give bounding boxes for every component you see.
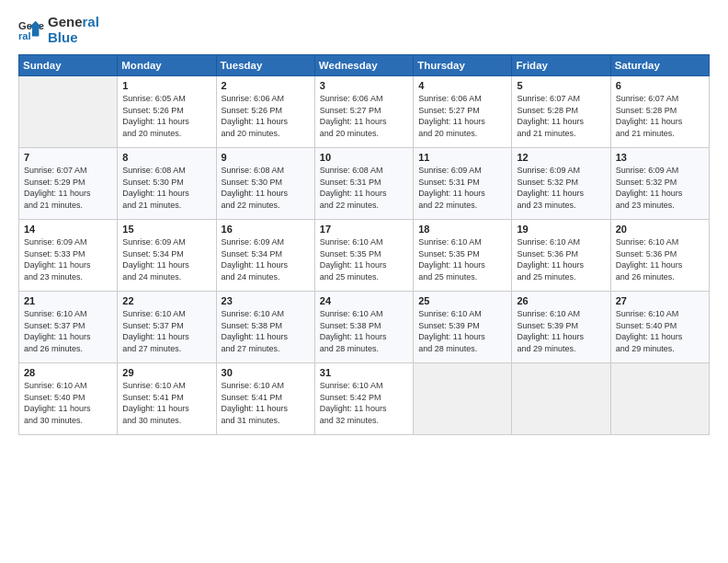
calendar-cell: 15Sunrise: 6:09 AM Sunset: 5:34 PM Dayli… [118, 220, 216, 292]
page-header: Gene ral General Blue [18, 15, 710, 45]
day-info: Sunrise: 6:07 AM Sunset: 5:29 PM Dayligh… [24, 165, 112, 211]
day-number: 31 [320, 367, 408, 378]
calendar-cell: 19Sunrise: 6:10 AM Sunset: 5:36 PM Dayli… [512, 220, 610, 292]
day-info: Sunrise: 6:10 AM Sunset: 5:39 PM Dayligh… [517, 308, 605, 354]
day-number: 13 [616, 152, 704, 163]
day-number: 17 [320, 224, 408, 235]
calendar-header-row: SundayMondayTuesdayWednesdayThursdayFrid… [19, 55, 710, 76]
logo: Gene ral General Blue [18, 15, 99, 45]
calendar-cell: 8Sunrise: 6:08 AM Sunset: 5:30 PM Daylig… [118, 148, 216, 220]
logo-icon: Gene ral [18, 17, 44, 43]
calendar-cell: 13Sunrise: 6:09 AM Sunset: 5:32 PM Dayli… [610, 148, 709, 220]
calendar-cell: 31Sunrise: 6:10 AM Sunset: 5:42 PM Dayli… [314, 363, 413, 435]
day-number: 4 [418, 80, 506, 91]
weekday-header: Sunday [19, 55, 118, 76]
calendar-cell: 23Sunrise: 6:10 AM Sunset: 5:38 PM Dayli… [216, 292, 314, 363]
day-number: 18 [418, 224, 506, 235]
day-number: 24 [320, 295, 408, 306]
weekday-header: Thursday [414, 55, 512, 76]
calendar-week-row: 14Sunrise: 6:09 AM Sunset: 5:33 PM Dayli… [19, 220, 710, 292]
calendar-page: Gene ral General Blue SundayMondayTuesda… [0, 0, 728, 563]
calendar-cell: 17Sunrise: 6:10 AM Sunset: 5:35 PM Dayli… [314, 220, 413, 292]
day-info: Sunrise: 6:10 AM Sunset: 5:36 PM Dayligh… [616, 236, 704, 282]
calendar-cell: 7Sunrise: 6:07 AM Sunset: 5:29 PM Daylig… [19, 148, 118, 220]
day-info: Sunrise: 6:10 AM Sunset: 5:35 PM Dayligh… [418, 236, 506, 282]
day-info: Sunrise: 6:10 AM Sunset: 5:40 PM Dayligh… [616, 308, 704, 354]
day-number: 25 [418, 295, 506, 306]
calendar-cell: 28Sunrise: 6:10 AM Sunset: 5:40 PM Dayli… [19, 363, 118, 435]
day-info: Sunrise: 6:09 AM Sunset: 5:33 PM Dayligh… [24, 236, 112, 282]
logo-blue: Blue [48, 30, 99, 46]
calendar-cell [414, 363, 512, 435]
day-info: Sunrise: 6:09 AM Sunset: 5:31 PM Dayligh… [418, 165, 506, 211]
day-info: Sunrise: 6:09 AM Sunset: 5:32 PM Dayligh… [616, 165, 704, 211]
calendar-cell: 27Sunrise: 6:10 AM Sunset: 5:40 PM Dayli… [610, 292, 709, 363]
day-number: 14 [24, 224, 112, 235]
day-info: Sunrise: 6:10 AM Sunset: 5:35 PM Dayligh… [320, 236, 408, 282]
day-info: Sunrise: 6:05 AM Sunset: 5:26 PM Dayligh… [122, 93, 210, 139]
day-number: 26 [517, 295, 605, 306]
calendar-cell: 1Sunrise: 6:05 AM Sunset: 5:26 PM Daylig… [118, 76, 216, 148]
calendar-cell: 5Sunrise: 6:07 AM Sunset: 5:28 PM Daylig… [512, 76, 610, 148]
day-number: 1 [122, 80, 210, 91]
day-info: Sunrise: 6:08 AM Sunset: 5:31 PM Dayligh… [320, 165, 408, 211]
day-number: 2 [222, 80, 310, 91]
day-info: Sunrise: 6:06 AM Sunset: 5:27 PM Dayligh… [418, 93, 506, 139]
day-info: Sunrise: 6:10 AM Sunset: 5:37 PM Dayligh… [24, 308, 112, 354]
day-info: Sunrise: 6:06 AM Sunset: 5:26 PM Dayligh… [222, 93, 310, 139]
day-number: 22 [122, 295, 210, 306]
weekday-header: Saturday [610, 55, 709, 76]
logo-general: Gene [48, 14, 83, 29]
day-number: 11 [418, 152, 506, 163]
day-info: Sunrise: 6:07 AM Sunset: 5:28 PM Dayligh… [616, 93, 704, 139]
day-info: Sunrise: 6:07 AM Sunset: 5:28 PM Dayligh… [517, 93, 605, 139]
day-info: Sunrise: 6:10 AM Sunset: 5:36 PM Dayligh… [517, 236, 605, 282]
logo-ral: ral [83, 14, 99, 29]
calendar-cell: 12Sunrise: 6:09 AM Sunset: 5:32 PM Dayli… [512, 148, 610, 220]
calendar-cell [19, 76, 118, 148]
calendar-cell: 10Sunrise: 6:08 AM Sunset: 5:31 PM Dayli… [314, 148, 413, 220]
day-info: Sunrise: 6:10 AM Sunset: 5:37 PM Dayligh… [122, 308, 210, 354]
calendar-cell: 3Sunrise: 6:06 AM Sunset: 5:27 PM Daylig… [314, 76, 413, 148]
day-number: 16 [222, 224, 310, 235]
day-info: Sunrise: 6:09 AM Sunset: 5:34 PM Dayligh… [122, 236, 210, 282]
day-info: Sunrise: 6:06 AM Sunset: 5:27 PM Dayligh… [320, 93, 408, 139]
weekday-header: Monday [118, 55, 216, 76]
day-info: Sunrise: 6:08 AM Sunset: 5:30 PM Dayligh… [222, 165, 310, 211]
day-number: 19 [517, 224, 605, 235]
day-info: Sunrise: 6:10 AM Sunset: 5:38 PM Dayligh… [320, 308, 408, 354]
calendar-cell: 18Sunrise: 6:10 AM Sunset: 5:35 PM Dayli… [414, 220, 512, 292]
day-number: 12 [517, 152, 605, 163]
calendar-cell: 21Sunrise: 6:10 AM Sunset: 5:37 PM Dayli… [19, 292, 118, 363]
calendar-cell: 16Sunrise: 6:09 AM Sunset: 5:34 PM Dayli… [216, 220, 314, 292]
day-info: Sunrise: 6:08 AM Sunset: 5:30 PM Dayligh… [122, 165, 210, 211]
calendar-cell: 4Sunrise: 6:06 AM Sunset: 5:27 PM Daylig… [414, 76, 512, 148]
day-info: Sunrise: 6:10 AM Sunset: 5:39 PM Dayligh… [418, 308, 506, 354]
calendar-cell: 2Sunrise: 6:06 AM Sunset: 5:26 PM Daylig… [216, 76, 314, 148]
calendar-cell: 29Sunrise: 6:10 AM Sunset: 5:41 PM Dayli… [118, 363, 216, 435]
day-info: Sunrise: 6:09 AM Sunset: 5:32 PM Dayligh… [517, 165, 605, 211]
day-number: 20 [616, 224, 704, 235]
day-number: 23 [222, 295, 310, 306]
weekday-header: Tuesday [216, 55, 314, 76]
day-info: Sunrise: 6:10 AM Sunset: 5:41 PM Dayligh… [222, 380, 310, 426]
day-number: 29 [122, 367, 210, 378]
day-number: 9 [222, 152, 310, 163]
calendar-cell: 9Sunrise: 6:08 AM Sunset: 5:30 PM Daylig… [216, 148, 314, 220]
day-info: Sunrise: 6:09 AM Sunset: 5:34 PM Dayligh… [222, 236, 310, 282]
day-number: 10 [320, 152, 408, 163]
calendar-week-row: 28Sunrise: 6:10 AM Sunset: 5:40 PM Dayli… [19, 363, 710, 435]
calendar-cell: 14Sunrise: 6:09 AM Sunset: 5:33 PM Dayli… [19, 220, 118, 292]
calendar-cell: 22Sunrise: 6:10 AM Sunset: 5:37 PM Dayli… [118, 292, 216, 363]
day-number: 6 [616, 80, 704, 91]
calendar-cell: 25Sunrise: 6:10 AM Sunset: 5:39 PM Dayli… [414, 292, 512, 363]
calendar-cell: 6Sunrise: 6:07 AM Sunset: 5:28 PM Daylig… [610, 76, 709, 148]
calendar-cell: 11Sunrise: 6:09 AM Sunset: 5:31 PM Dayli… [414, 148, 512, 220]
calendar-cell [512, 363, 610, 435]
day-number: 8 [122, 152, 210, 163]
calendar-cell: 30Sunrise: 6:10 AM Sunset: 5:41 PM Dayli… [216, 363, 314, 435]
day-number: 7 [24, 152, 112, 163]
day-number: 27 [616, 295, 704, 306]
day-number: 28 [24, 367, 112, 378]
weekday-header: Friday [512, 55, 610, 76]
